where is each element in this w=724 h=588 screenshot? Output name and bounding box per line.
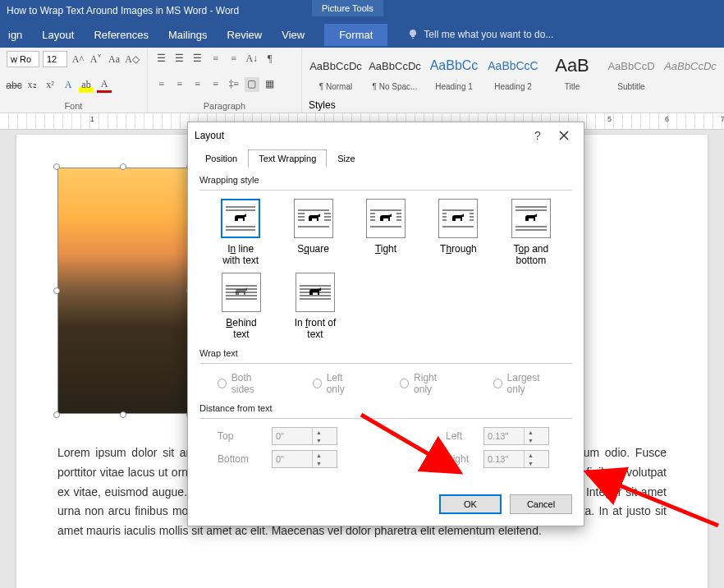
tab-design[interactable]: ign: [8, 24, 22, 46]
tab-format[interactable]: Format: [324, 24, 387, 46]
tab-references[interactable]: References: [94, 24, 148, 46]
ribbon-group-paragraph: ☰ ☰ ☰ ≡ ≡ A↓ ¶ ≡ ≡ ≡ ≡ ‡≡ ▢ ▦ Paragraph: [148, 48, 302, 113]
close-icon: [559, 131, 569, 140]
clear-formatting-icon[interactable]: A◇: [125, 52, 140, 67]
wrap-through[interactable]: Through: [435, 199, 481, 266]
decrease-indent-icon[interactable]: ≡: [208, 51, 223, 66]
align-left-icon[interactable]: ≡: [154, 77, 169, 92]
dist-left-spinner: ▲▼: [483, 427, 549, 445]
ribbon-group-label: Font: [7, 99, 140, 111]
ribbon-tabs: ign Layout References Mailings Review Vi…: [0, 21, 724, 48]
ribbon: w Ro 12 A^ A˅ Aa A◇ abc x₂ x² A ab A Fon…: [0, 48, 724, 113]
font-color-icon[interactable]: A: [97, 78, 112, 93]
style-heading2[interactable]: AaBbCcCHeading 2: [486, 51, 540, 91]
highlight-icon[interactable]: ab: [79, 78, 94, 93]
tab-text-wrapping[interactable]: Text Wrapping: [248, 149, 327, 168]
lightbulb-icon: [407, 29, 419, 40]
tab-review[interactable]: Review: [227, 24, 263, 46]
tab-view[interactable]: View: [282, 24, 305, 46]
bullets-icon[interactable]: ☰: [154, 51, 169, 66]
style-subtletext[interactable]: AaBbCcDc: [663, 51, 717, 91]
font-size-combo[interactable]: 12: [43, 51, 67, 67]
wrapping-style-label: Wrapping style: [199, 175, 572, 185]
ribbon-group-styles: AaBbCcDc¶ Normal AaBbCcDc¶ No Spac... Aa…: [302, 48, 724, 113]
multilevel-icon[interactable]: ☰: [190, 51, 205, 66]
dist-top-spinner: ▲▼: [272, 427, 337, 445]
resize-handle[interactable]: [120, 163, 126, 170]
ribbon-group-font: w Ro 12 A^ A˅ Aa A◇ abc x₂ x² A ab A Fon…: [0, 48, 148, 113]
sort-icon[interactable]: A↓: [245, 51, 259, 66]
ribbon-group-label: Styles: [309, 99, 717, 111]
tab-position[interactable]: Position: [195, 149, 248, 168]
radio-left-only: Left only: [313, 372, 359, 395]
style-normal[interactable]: AaBbCcDc¶ Normal: [309, 51, 363, 91]
change-case-icon[interactable]: Aa: [107, 52, 121, 67]
distance-label: Distance from text: [199, 403, 572, 413]
dialog-title: Layout: [195, 130, 525, 141]
style-nospac[interactable]: AaBbCcDc¶ No Spac...: [368, 51, 422, 91]
radio-right-only: Right only: [400, 372, 452, 395]
layout-dialog: Layout ? Position Text Wrapping Size Wra…: [187, 122, 584, 526]
selected-image[interactable]: [57, 168, 189, 414]
align-right-icon[interactable]: ≡: [190, 77, 205, 92]
wrapping-style-row2: Behind text In front of text: [218, 273, 554, 340]
dist-right-spinner: ▲▼: [483, 450, 549, 468]
numbering-icon[interactable]: ☰: [172, 51, 187, 66]
sunset-photo: [57, 168, 189, 414]
ribbon-group-label: Paragraph: [154, 99, 295, 111]
style-title[interactable]: AaBTitle: [545, 51, 599, 91]
dialog-titlebar[interactable]: Layout ?: [188, 122, 584, 149]
style-subtitle[interactable]: AaBbCcDSubtitle: [604, 51, 658, 91]
resize-handle[interactable]: [53, 163, 60, 170]
dist-top-label: Top: [218, 430, 267, 442]
superscript-icon[interactable]: x²: [43, 78, 57, 93]
context-tab-picture-tools: Picture Tools: [312, 0, 383, 16]
font-family-combo[interactable]: w Ro: [7, 51, 39, 67]
distance-grid: Top ▲▼ Left ▲▼ Bottom ▲▼ Right ▲▼: [218, 427, 554, 468]
tell-me-search[interactable]: Tell me what you want to do...: [407, 29, 553, 40]
justify-icon[interactable]: ≡: [208, 77, 223, 92]
resize-handle[interactable]: [53, 287, 60, 294]
radio-both-sides: Both sides: [218, 372, 272, 395]
line-spacing-icon[interactable]: ‡≡: [227, 77, 241, 92]
shrink-font-icon[interactable]: A˅: [89, 52, 103, 67]
resize-handle[interactable]: [120, 411, 126, 418]
wrap-front[interactable]: In front of text: [291, 273, 339, 340]
strikethrough-icon[interactable]: abc: [7, 78, 21, 93]
dist-bottom-spinner: ▲▼: [272, 450, 337, 468]
ok-button[interactable]: OK: [439, 494, 502, 514]
align-center-icon[interactable]: ≡: [172, 77, 187, 92]
window-title: How to Wrap Text Around Images in MS Wor…: [7, 5, 239, 16]
tab-layout[interactable]: Layout: [42, 24, 74, 46]
wrap-tight[interactable]: Tight: [363, 199, 409, 266]
cancel-button[interactable]: Cancel: [510, 494, 572, 514]
help-button[interactable]: ?: [525, 122, 551, 149]
radio-largest-only: Largest only: [493, 372, 554, 395]
increase-indent-icon[interactable]: ≡: [227, 51, 241, 66]
wrap-behind[interactable]: Behind text: [218, 273, 265, 340]
dialog-tabs: Position Text Wrapping Size: [188, 149, 584, 167]
show-marks-icon[interactable]: ¶: [263, 51, 277, 66]
text-effects-icon[interactable]: A: [61, 78, 76, 93]
dist-right-label: Right: [446, 453, 479, 465]
style-heading1[interactable]: AaBbCcHeading 1: [427, 51, 481, 91]
resize-handle[interactable]: [53, 411, 60, 418]
grow-font-icon[interactable]: A^: [71, 52, 85, 67]
wrapping-style-row1: In line with text Square Tight Through T…: [218, 199, 554, 266]
wrap-inline[interactable]: In line with text: [218, 199, 263, 266]
dist-bottom-label: Bottom: [218, 453, 267, 465]
tab-mailings[interactable]: Mailings: [168, 24, 208, 46]
wrap-topbottom[interactable]: Top and bottom: [508, 199, 554, 266]
close-button[interactable]: [551, 122, 577, 149]
tab-size[interactable]: Size: [327, 149, 365, 168]
dialog-button-row: OK Cancel: [188, 483, 584, 526]
wrap-square[interactable]: Square: [290, 199, 336, 266]
borders-icon[interactable]: ▦: [263, 77, 277, 92]
wrap-text-label: Wrap text: [199, 348, 572, 358]
subscript-icon[interactable]: x₂: [25, 78, 39, 93]
dist-left-label: Left: [446, 430, 479, 442]
wrap-text-radios: Both sides Left only Right only Largest …: [218, 372, 554, 395]
dialog-body: Wrapping style In line with text Square …: [188, 167, 584, 483]
shading-icon[interactable]: ▢: [245, 77, 259, 92]
